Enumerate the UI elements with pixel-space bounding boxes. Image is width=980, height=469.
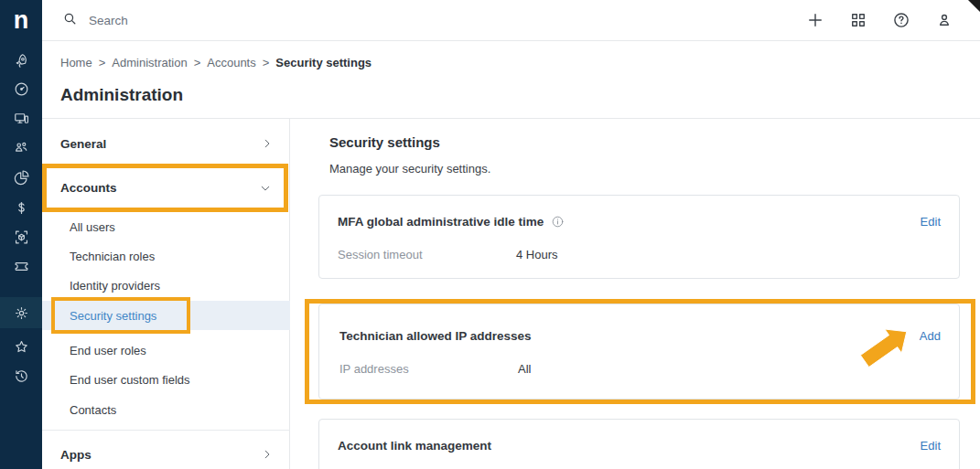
info-icon[interactable] <box>551 215 565 229</box>
users-icon[interactable] <box>0 133 42 162</box>
breadcrumb: Home > Administration > Accounts > Secur… <box>60 56 372 69</box>
dashboard-icon[interactable] <box>0 74 42 103</box>
section-subtitle: Manage your security settings. <box>329 162 490 176</box>
nav-label: End user custom fields <box>70 373 190 387</box>
nav-label: General <box>60 137 261 151</box>
app-sidebar: n <box>0 0 42 469</box>
chevron-down-icon <box>259 182 272 195</box>
nav-item-technician-roles[interactable]: Technician roles <box>42 243 290 269</box>
search-icon <box>62 11 78 30</box>
nav-label: End user roles <box>70 344 146 357</box>
chevron-right-icon <box>261 448 274 461</box>
nav-label: Contacts <box>70 403 116 417</box>
add-button[interactable]: Add <box>920 329 941 343</box>
rocket-icon[interactable] <box>0 46 42 75</box>
section-title: Security settings <box>329 134 440 150</box>
search-input[interactable] <box>89 14 363 27</box>
nav-section-apps[interactable]: Apps <box>42 441 290 468</box>
breadcrumb-home[interactable]: Home <box>60 56 92 69</box>
nav-section-general[interactable]: General <box>42 131 290 156</box>
field-value: All <box>518 362 531 376</box>
admin-nav-panel: General Accounts All users Technician ro… <box>42 119 290 469</box>
nav-item-end-user-roles[interactable]: End user roles <box>42 337 290 363</box>
app-logo[interactable]: n <box>0 0 42 44</box>
page-title: Administration <box>60 85 183 105</box>
reports-icon[interactable] <box>0 163 42 192</box>
breadcrumb-administration[interactable]: Administration <box>112 56 187 69</box>
edit-button[interactable]: Edit <box>921 439 941 453</box>
cursor-artifact <box>968 0 980 12</box>
card-account-link-management: Account link management Edit <box>318 419 960 469</box>
administration-security-settings-page: { "colors": { "sidebar_bg": "#0d2b45", "… <box>0 0 980 469</box>
card-mfa-idle-time: MFA global administrative idle time Edit… <box>318 195 960 279</box>
breadcrumb-separator: > <box>99 56 106 69</box>
billing-icon[interactable] <box>0 193 42 222</box>
nav-item-all-users[interactable]: All users <box>42 214 290 240</box>
help-icon[interactable] <box>891 10 911 30</box>
grid-icon[interactable] <box>848 10 868 30</box>
nav-label: Accounts <box>60 181 259 195</box>
card-title: Account link management <box>338 439 491 453</box>
user-icon[interactable] <box>934 10 954 30</box>
history-icon[interactable] <box>0 361 42 390</box>
chevron-right-icon <box>261 137 274 150</box>
breadcrumb-current: Security settings <box>275 56 372 69</box>
nav-label: Technician roles <box>70 250 155 263</box>
topbar <box>42 0 980 41</box>
nav-item-contacts[interactable]: Contacts <box>42 397 290 422</box>
nav-item-end-user-custom-fields[interactable]: End user custom fields <box>42 367 290 392</box>
breadcrumb-separator: > <box>194 56 201 69</box>
star-icon[interactable] <box>0 332 42 361</box>
annotation-box-accounts: Accounts <box>42 164 288 212</box>
field-value: 4 Hours <box>516 248 558 261</box>
card-title: MFA global administrative idle time <box>338 215 544 229</box>
nav-item-security-settings[interactable]: Security settings <box>42 301 290 330</box>
security-settings-content: Security settings Manage your security s… <box>290 119 980 469</box>
packages-icon[interactable] <box>0 222 42 251</box>
search-bar[interactable] <box>42 11 805 30</box>
nav-section-accounts[interactable]: Accounts <box>47 181 284 195</box>
devices-icon[interactable] <box>0 103 42 133</box>
nav-divider <box>42 430 290 431</box>
breadcrumb-accounts[interactable]: Accounts <box>207 56 255 69</box>
nav-label: Identity providers <box>70 279 160 293</box>
ticketing-icon[interactable] <box>0 251 42 281</box>
breadcrumb-separator: > <box>263 56 270 69</box>
settings-icon[interactable] <box>0 297 42 328</box>
nav-label: All users <box>70 220 115 234</box>
field-label: Session timeout <box>338 248 516 261</box>
nav-item-identity-providers[interactable]: Identity providers <box>42 272 290 298</box>
topbar-actions <box>805 10 980 30</box>
edit-button[interactable]: Edit <box>921 215 941 229</box>
annotation-box-technician-ip: Technician allowed IP addresses Add IP a… <box>305 299 975 404</box>
field-label: IP addresses <box>339 362 518 376</box>
card-title: Technician allowed IP addresses <box>339 329 532 343</box>
nav-label: Apps <box>60 448 261 462</box>
card-technician-allowed-ip: Technician allowed IP addresses Add IP a… <box>318 304 960 400</box>
plus-icon[interactable] <box>805 10 825 30</box>
nav-label: Security settings <box>70 309 156 323</box>
